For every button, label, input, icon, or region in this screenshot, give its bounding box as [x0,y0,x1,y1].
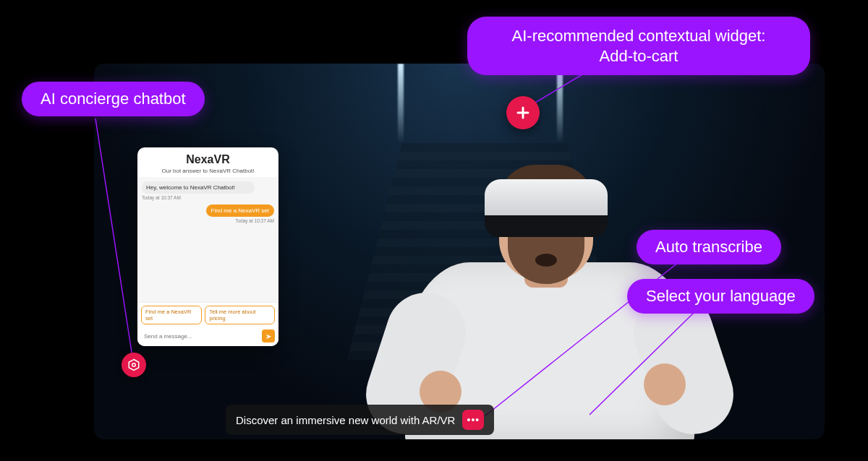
scene-light [398,64,404,143]
chatbot-subtitle: Our bot answer to NexaVR Chatbot! [142,168,274,174]
caption-text: Discover an immersive new world with AR/… [236,414,455,426]
user-message-timestamp: Today at 10:37 AM [235,218,274,223]
scene-light [557,64,563,143]
callout-widget-line1: AI-recommended contextual widget: [488,26,790,46]
add-to-cart-button[interactable] [506,96,540,129]
suggestion-chip[interactable]: Tell me more about pricing [205,306,275,324]
plus-icon [514,104,532,121]
chatbot-input[interactable] [141,331,259,342]
bot-message: Hey, welcome to NexaVR Chatbot! [142,181,255,194]
chatbot-launcher[interactable] [122,353,146,377]
chatbot-header: NexaVR Our bot answer to NexaVR Chatbot! [137,147,278,177]
ellipsis-icon: ••• [467,414,480,426]
user-message: Find me a NexaVR set [206,204,274,217]
callout-language: Select your language [627,279,814,314]
callout-chatbot: AI concierge chatbot [22,82,205,116]
callout-transcribe: Auto transcribe [637,230,781,264]
chatbot-input-row: ➤ [137,327,278,346]
chatbot-title: NexaVR [142,153,274,166]
send-button[interactable]: ➤ [262,329,275,342]
callout-widget: AI-recommended contextual widget: Add-to… [467,17,810,75]
chatbot-body: Hey, welcome to NexaVR Chatbot! Today at… [137,177,278,302]
svg-marker-4 [129,360,139,371]
suggestion-chip[interactable]: Find me a NexaVR set [141,306,202,324]
caption-bar: Discover an immersive new world with AR/… [226,405,494,435]
svg-point-5 [132,363,136,367]
callout-widget-line2: Add-to-cart [488,46,790,66]
chatbot-panel[interactable]: NexaVR Our bot answer to NexaVR Chatbot!… [137,147,278,346]
caption-more-button[interactable]: ••• [462,410,484,430]
vr-headset [485,179,608,237]
send-icon: ➤ [265,332,271,340]
chatbot-suggestions: Find me a NexaVR set Tell me more about … [137,302,278,327]
hexagon-icon [127,358,140,371]
bot-message-timestamp: Today at 10:37 AM [142,195,274,200]
